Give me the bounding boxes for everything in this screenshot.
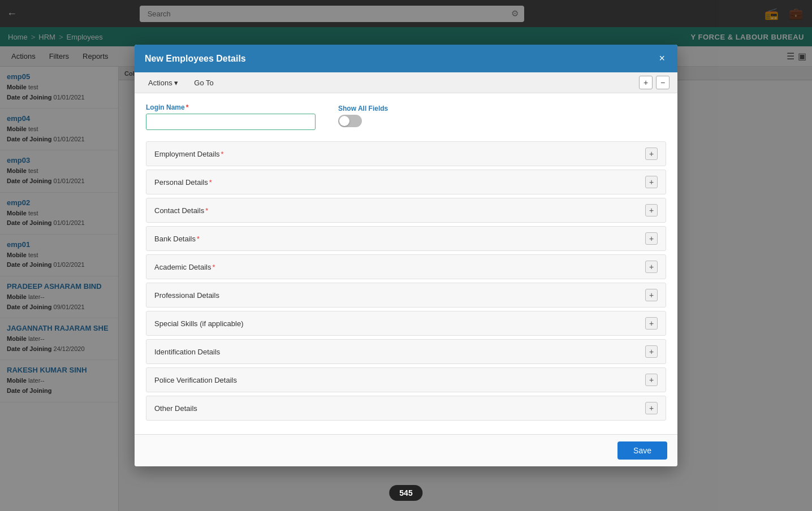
modal-expand-icon[interactable]: +: [639, 76, 653, 89]
section-row[interactable]: Identification Details +: [146, 339, 666, 364]
modal-goto-button[interactable]: Go To: [188, 76, 219, 89]
section-row[interactable]: Professional Details +: [146, 283, 666, 308]
section-title: Police Verification Details: [154, 376, 645, 384]
show-all-fields-toggle[interactable]: [338, 115, 362, 127]
section-title: Personal Details*: [154, 178, 645, 187]
section-expand-icon[interactable]: +: [645, 148, 658, 160]
section-row[interactable]: Employment Details* +: [146, 141, 666, 166]
section-row[interactable]: Academic Details* +: [146, 254, 666, 279]
section-title: Academic Details*: [154, 263, 645, 271]
show-all-fields-label: Show All Fields: [338, 105, 388, 112]
section-title: Other Details: [154, 404, 645, 413]
modal-overlay[interactable]: New Employees Details × Actions ▾ Go To …: [0, 0, 812, 511]
toggle-knob: [339, 116, 349, 126]
section-expand-icon[interactable]: +: [645, 261, 658, 273]
section-title: Employment Details*: [154, 150, 645, 158]
new-employees-modal: New Employees Details × Actions ▾ Go To …: [135, 45, 677, 466]
section-title: Contact Details*: [154, 206, 645, 215]
section-expand-icon[interactable]: +: [645, 345, 658, 358]
section-expand-icon[interactable]: +: [645, 317, 658, 330]
section-title: Professional Details: [154, 291, 645, 300]
modal-header: New Employees Details ×: [135, 45, 677, 72]
modal-body: Login Name* Show All Fields Employment D…: [135, 93, 677, 434]
section-row[interactable]: Contact Details* +: [146, 198, 666, 223]
sections-container: Employment Details* + Personal Details* …: [146, 141, 666, 421]
section-expand-icon[interactable]: +: [645, 402, 658, 414]
modal-footer: Save: [135, 434, 677, 466]
modal-toolbar-right: + −: [639, 76, 670, 89]
section-row[interactable]: Bank Details* +: [146, 226, 666, 251]
section-row[interactable]: Other Details +: [146, 396, 666, 421]
section-expand-icon[interactable]: +: [645, 289, 658, 301]
modal-toolbar: Actions ▾ Go To + −: [135, 72, 677, 93]
modal-title: New Employees Details: [145, 54, 246, 64]
save-button[interactable]: Save: [617, 441, 667, 460]
count-badge: 545: [389, 485, 422, 501]
section-expand-icon[interactable]: +: [645, 232, 658, 245]
show-all-fields-group: Show All Fields: [338, 105, 388, 127]
modal-close-button[interactable]: ×: [656, 53, 667, 64]
login-name-input[interactable]: [146, 114, 316, 130]
modal-actions-button[interactable]: Actions ▾: [142, 76, 184, 89]
section-row[interactable]: Personal Details* +: [146, 170, 666, 194]
login-name-group: Login Name*: [146, 103, 316, 130]
login-name-label: Login Name*: [146, 103, 316, 111]
section-expand-icon[interactable]: +: [645, 204, 658, 216]
section-expand-icon[interactable]: +: [645, 176, 658, 188]
section-expand-icon[interactable]: +: [645, 374, 658, 386]
field-row-login: Login Name* Show All Fields: [146, 103, 666, 130]
section-title: Identification Details: [154, 348, 645, 356]
section-row[interactable]: Special Skills (if applicable) +: [146, 311, 666, 336]
login-name-required: *: [186, 103, 189, 111]
section-title: Bank Details*: [154, 235, 645, 243]
section-row[interactable]: Police Verification Details +: [146, 367, 666, 392]
modal-collapse-icon[interactable]: −: [656, 76, 670, 89]
section-title: Special Skills (if applicable): [154, 319, 645, 328]
